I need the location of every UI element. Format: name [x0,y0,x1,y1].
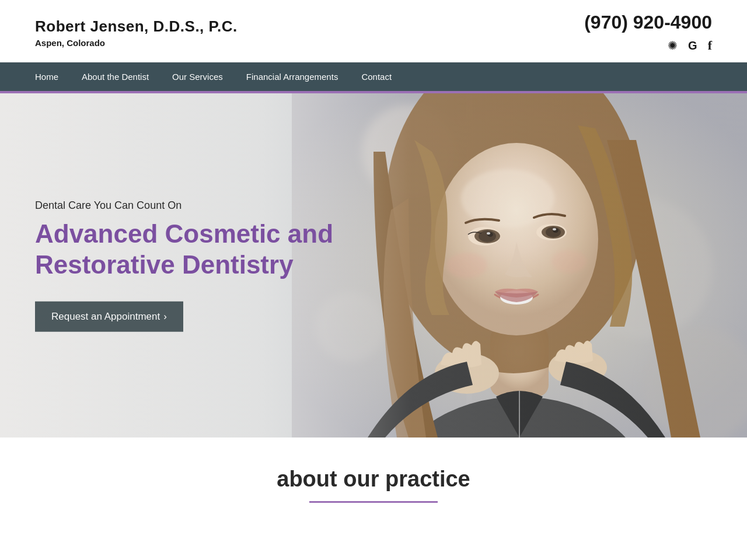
practice-name: Robert Jensen, D.D.S., P.C. [35,18,238,36]
nav-our-services[interactable]: Our Services [160,62,235,91]
about-title: about our practice [35,467,712,492]
hero-title: Advanced Cosmetic and Restorative Dentis… [35,219,338,281]
hero-section: Dental Care You Can Count On Advanced Co… [0,93,747,438]
site-header: Robert Jensen, D.D.S., P.C. Aspen, Color… [0,0,747,62]
header-right: (970) 920-4900 ✺ G f [584,12,712,53]
hero-subtitle: Dental Care You Can Count On [35,200,338,212]
about-divider [309,501,438,503]
main-navigation: Home About the Dentist Our Services Fina… [0,62,747,93]
hero-content: Dental Care You Can Count On Advanced Co… [35,200,338,332]
google-icon[interactable]: G [688,39,697,52]
social-icons: ✺ G f [584,38,712,53]
header-left: Robert Jensen, D.D.S., P.C. Aspen, Color… [35,18,238,48]
nav-home[interactable]: Home [23,62,70,91]
nav-about-dentist[interactable]: About the Dentist [70,62,160,91]
practice-location: Aspen, Colorado [35,38,238,48]
appointment-btn-label: Request an Appointment [51,310,160,321]
nav-financial[interactable]: Financial Arrangements [235,62,350,91]
about-section: about our practice [0,438,747,520]
appointment-btn-arrow: › [163,310,167,321]
request-appointment-button[interactable]: Request an Appointment› [35,301,183,331]
nav-contact[interactable]: Contact [350,62,403,91]
yelp-icon[interactable]: ✺ [668,38,678,52]
facebook-icon[interactable]: f [708,38,712,53]
phone-number[interactable]: (970) 920-4900 [584,12,712,33]
